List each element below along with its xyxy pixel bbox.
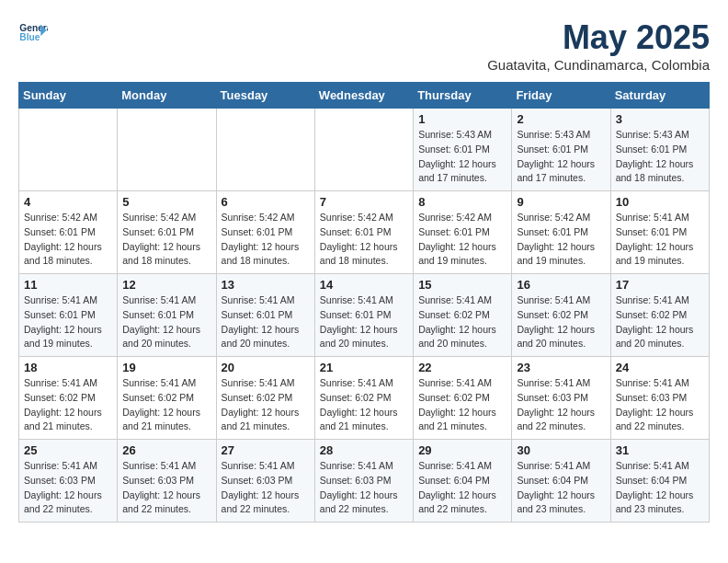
- calendar-cell: 2Sunrise: 5:43 AM Sunset: 6:01 PM Daylig…: [512, 109, 610, 191]
- day-info: Sunrise: 5:41 AM Sunset: 6:03 PM Dayligh…: [122, 459, 210, 517]
- logo-icon: General Blue: [18, 18, 48, 48]
- day-info: Sunrise: 5:42 AM Sunset: 6:01 PM Dayligh…: [24, 211, 112, 269]
- day-number: 16: [517, 278, 605, 292]
- header-row: SundayMondayTuesdayWednesdayThursdayFrid…: [19, 83, 710, 109]
- calendar-cell: 5Sunrise: 5:42 AM Sunset: 6:01 PM Daylig…: [118, 191, 216, 274]
- calendar-cell: 16Sunrise: 5:41 AM Sunset: 6:02 PM Dayli…: [512, 274, 610, 357]
- day-number: 22: [418, 361, 506, 374]
- svg-text:Blue: Blue: [19, 32, 40, 42]
- day-number: 2: [517, 112, 605, 126]
- month-title: May 2025: [487, 18, 710, 57]
- day-info: Sunrise: 5:43 AM Sunset: 6:01 PM Dayligh…: [418, 128, 506, 186]
- calendar-table: SundayMondayTuesdayWednesdayThursdayFrid…: [18, 82, 710, 523]
- calendar-cell: 31Sunrise: 5:41 AM Sunset: 6:04 PM Dayli…: [610, 440, 709, 523]
- calendar-cell: 13Sunrise: 5:41 AM Sunset: 6:01 PM Dayli…: [216, 274, 314, 357]
- day-number: 25: [24, 443, 112, 457]
- calendar-cell: 10Sunrise: 5:41 AM Sunset: 6:01 PM Dayli…: [610, 191, 709, 274]
- calendar-cell: 24Sunrise: 5:41 AM Sunset: 6:03 PM Dayli…: [610, 357, 709, 440]
- col-header-tuesday: Tuesday: [216, 83, 314, 109]
- day-info: Sunrise: 5:41 AM Sunset: 6:02 PM Dayligh…: [517, 293, 605, 351]
- day-info: Sunrise: 5:41 AM Sunset: 6:03 PM Dayligh…: [616, 376, 704, 434]
- day-number: 1: [418, 112, 506, 126]
- day-number: 8: [418, 195, 506, 209]
- calendar-cell: 22Sunrise: 5:41 AM Sunset: 6:02 PM Dayli…: [414, 357, 512, 440]
- calendar-cell: 28Sunrise: 5:41 AM Sunset: 6:03 PM Dayli…: [314, 440, 413, 523]
- day-number: 15: [418, 278, 506, 292]
- calendar-cell: 20Sunrise: 5:41 AM Sunset: 6:02 PM Dayli…: [216, 357, 314, 440]
- day-number: 29: [418, 443, 506, 457]
- day-number: 10: [616, 195, 704, 209]
- day-number: 11: [24, 278, 112, 292]
- calendar-cell: 27Sunrise: 5:41 AM Sunset: 6:03 PM Dayli…: [216, 440, 314, 523]
- calendar-cell: 25Sunrise: 5:41 AM Sunset: 6:03 PM Dayli…: [19, 440, 118, 523]
- day-number: 28: [320, 443, 408, 457]
- day-number: 23: [517, 361, 605, 374]
- day-info: Sunrise: 5:41 AM Sunset: 6:04 PM Dayligh…: [418, 459, 506, 517]
- col-header-friday: Friday: [512, 83, 610, 109]
- day-info: Sunrise: 5:41 AM Sunset: 6:02 PM Dayligh…: [222, 376, 310, 434]
- day-info: Sunrise: 5:41 AM Sunset: 6:02 PM Dayligh…: [616, 293, 704, 351]
- day-number: 18: [24, 361, 112, 374]
- day-info: Sunrise: 5:41 AM Sunset: 6:01 PM Dayligh…: [222, 293, 310, 351]
- calendar-cell: 30Sunrise: 5:41 AM Sunset: 6:04 PM Dayli…: [512, 440, 610, 523]
- week-row-1: 1Sunrise: 5:43 AM Sunset: 6:01 PM Daylig…: [19, 109, 710, 191]
- week-row-4: 18Sunrise: 5:41 AM Sunset: 6:02 PM Dayli…: [19, 357, 710, 440]
- day-info: Sunrise: 5:41 AM Sunset: 6:01 PM Dayligh…: [122, 293, 210, 351]
- day-number: 31: [616, 443, 704, 457]
- day-info: Sunrise: 5:41 AM Sunset: 6:03 PM Dayligh…: [24, 459, 112, 517]
- day-info: Sunrise: 5:41 AM Sunset: 6:01 PM Dayligh…: [320, 293, 408, 351]
- day-info: Sunrise: 5:41 AM Sunset: 6:02 PM Dayligh…: [418, 293, 506, 351]
- week-row-5: 25Sunrise: 5:41 AM Sunset: 6:03 PM Dayli…: [19, 440, 710, 523]
- calendar-cell: 19Sunrise: 5:41 AM Sunset: 6:02 PM Dayli…: [118, 357, 216, 440]
- day-info: Sunrise: 5:41 AM Sunset: 6:04 PM Dayligh…: [517, 459, 605, 517]
- day-number: 14: [320, 278, 408, 292]
- day-number: 17: [616, 278, 704, 292]
- day-info: Sunrise: 5:41 AM Sunset: 6:02 PM Dayligh…: [418, 376, 506, 434]
- calendar-cell: 21Sunrise: 5:41 AM Sunset: 6:02 PM Dayli…: [314, 357, 413, 440]
- day-info: Sunrise: 5:42 AM Sunset: 6:01 PM Dayligh…: [418, 211, 506, 269]
- calendar-cell: 29Sunrise: 5:41 AM Sunset: 6:04 PM Dayli…: [414, 440, 512, 523]
- day-number: 20: [222, 361, 310, 374]
- calendar-cell: 15Sunrise: 5:41 AM Sunset: 6:02 PM Dayli…: [414, 274, 512, 357]
- calendar-cell: 12Sunrise: 5:41 AM Sunset: 6:01 PM Dayli…: [118, 274, 216, 357]
- week-row-3: 11Sunrise: 5:41 AM Sunset: 6:01 PM Dayli…: [19, 274, 710, 357]
- calendar-cell: [216, 109, 314, 191]
- calendar-cell: 11Sunrise: 5:41 AM Sunset: 6:01 PM Dayli…: [19, 274, 118, 357]
- day-info: Sunrise: 5:41 AM Sunset: 6:03 PM Dayligh…: [320, 459, 408, 517]
- col-header-monday: Monday: [118, 83, 216, 109]
- day-info: Sunrise: 5:42 AM Sunset: 6:01 PM Dayligh…: [517, 211, 605, 269]
- day-number: 30: [517, 443, 605, 457]
- calendar-cell: [19, 109, 118, 191]
- subtitle: Guatavita, Cundinamarca, Colombia: [487, 57, 710, 73]
- col-header-sunday: Sunday: [19, 83, 118, 109]
- calendar-cell: 8Sunrise: 5:42 AM Sunset: 6:01 PM Daylig…: [414, 191, 512, 274]
- day-info: Sunrise: 5:41 AM Sunset: 6:02 PM Dayligh…: [122, 376, 210, 434]
- calendar-cell: 1Sunrise: 5:43 AM Sunset: 6:01 PM Daylig…: [414, 109, 512, 191]
- week-row-2: 4Sunrise: 5:42 AM Sunset: 6:01 PM Daylig…: [19, 191, 710, 274]
- day-info: Sunrise: 5:41 AM Sunset: 6:03 PM Dayligh…: [222, 459, 310, 517]
- calendar-cell: 14Sunrise: 5:41 AM Sunset: 6:01 PM Dayli…: [314, 274, 413, 357]
- calendar-cell: 23Sunrise: 5:41 AM Sunset: 6:03 PM Dayli…: [512, 357, 610, 440]
- day-number: 5: [122, 195, 210, 209]
- day-number: 19: [122, 361, 210, 374]
- day-number: 24: [616, 361, 704, 374]
- calendar-cell: [118, 109, 216, 191]
- logo: General Blue: [18, 18, 48, 48]
- day-info: Sunrise: 5:41 AM Sunset: 6:02 PM Dayligh…: [24, 376, 112, 434]
- day-info: Sunrise: 5:43 AM Sunset: 6:01 PM Dayligh…: [616, 128, 704, 186]
- calendar-cell: 3Sunrise: 5:43 AM Sunset: 6:01 PM Daylig…: [610, 109, 709, 191]
- col-header-saturday: Saturday: [610, 83, 709, 109]
- day-info: Sunrise: 5:41 AM Sunset: 6:02 PM Dayligh…: [320, 376, 408, 434]
- calendar-cell: 9Sunrise: 5:42 AM Sunset: 6:01 PM Daylig…: [512, 191, 610, 274]
- calendar-cell: 7Sunrise: 5:42 AM Sunset: 6:01 PM Daylig…: [314, 191, 413, 274]
- day-number: 21: [320, 361, 408, 374]
- title-area: May 2025 Guatavita, Cundinamarca, Colomb…: [487, 18, 710, 73]
- day-number: 12: [122, 278, 210, 292]
- day-info: Sunrise: 5:42 AM Sunset: 6:01 PM Dayligh…: [222, 211, 310, 269]
- calendar-cell: 18Sunrise: 5:41 AM Sunset: 6:02 PM Dayli…: [19, 357, 118, 440]
- day-info: Sunrise: 5:41 AM Sunset: 6:01 PM Dayligh…: [24, 293, 112, 351]
- day-info: Sunrise: 5:42 AM Sunset: 6:01 PM Dayligh…: [122, 211, 210, 269]
- day-info: Sunrise: 5:42 AM Sunset: 6:01 PM Dayligh…: [320, 211, 408, 269]
- day-number: 6: [222, 195, 310, 209]
- calendar-cell: 26Sunrise: 5:41 AM Sunset: 6:03 PM Dayli…: [118, 440, 216, 523]
